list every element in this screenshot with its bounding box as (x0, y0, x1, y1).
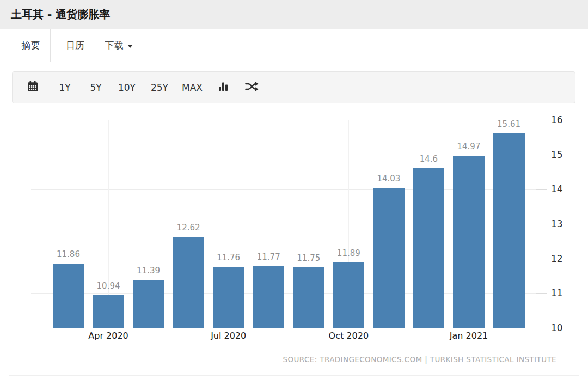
bar[interactable] (133, 280, 164, 328)
source-attribution: SOURCE: TRADINGECONOMICS.COM | TURKISH S… (283, 355, 556, 364)
bar[interactable] (93, 295, 124, 328)
y-axis-tick (536, 293, 547, 294)
y-axis-label: 16 (551, 114, 576, 125)
bar-value-label: 10.94 (84, 281, 133, 291)
tab-calendar[interactable]: 日历 (58, 29, 93, 62)
bar[interactable] (493, 133, 525, 328)
bar[interactable] (453, 156, 485, 328)
x-axis-label: Apr 2020 (73, 331, 144, 341)
bar-value-label: 14.03 (364, 174, 413, 184)
panel-bottom-border (9, 375, 579, 376)
tab-bar: 摘要 日历 下载 (0, 29, 588, 62)
page-header: 土耳其 - 通货膨胀率 (0, 0, 588, 29)
range-max-button[interactable]: MAX (180, 77, 205, 99)
y-axis-tick (536, 328, 547, 328)
tab-download[interactable]: 下载 (98, 29, 139, 62)
bar-chart-icon (218, 81, 229, 94)
y-axis-tick (536, 259, 547, 259)
caret-down-icon (127, 45, 133, 48)
bar[interactable] (173, 237, 204, 328)
tab-download-label: 下载 (105, 39, 124, 52)
y-axis-label: 13 (551, 218, 576, 229)
bar[interactable] (253, 266, 284, 328)
range-10y-button[interactable]: 10Y (114, 77, 139, 99)
range-5y-button[interactable]: 5Y (83, 77, 108, 99)
inflation-bar-chart: 10111213141516Apr 2020Jul 2020Oct 2020Ja… (0, 106, 588, 357)
y-axis-label: 14 (551, 184, 576, 194)
calendar-button[interactable] (21, 77, 45, 99)
tab-summary[interactable]: 摘要 (11, 29, 51, 62)
y-axis-label: 15 (551, 149, 576, 160)
bar[interactable] (213, 267, 244, 328)
compare-button[interactable] (240, 77, 264, 99)
y-axis-tick (536, 155, 547, 155)
x-axis-label: Jan 2021 (433, 331, 504, 341)
bar-value-label: 15.61 (485, 119, 534, 129)
bar[interactable] (53, 264, 84, 328)
bar-value-label: 14.6 (404, 154, 453, 164)
y-axis-label: 12 (551, 253, 576, 264)
panel-left-border (9, 62, 9, 375)
calendar-icon (27, 81, 38, 94)
bar-value-label: 11.86 (44, 249, 93, 259)
grid-line (31, 155, 536, 155)
y-axis-tick (536, 189, 547, 190)
shuffle-icon (245, 81, 259, 94)
range-1y-button[interactable]: 1Y (52, 77, 77, 99)
bar[interactable] (333, 262, 364, 328)
x-axis-label: Jul 2020 (193, 331, 264, 341)
chart-type-button[interactable] (211, 77, 235, 99)
y-axis-tick (536, 224, 547, 224)
range-25y-button[interactable]: 25Y (147, 77, 172, 99)
grid-line (31, 328, 536, 328)
bar-value-label: 11.39 (124, 266, 173, 276)
y-axis-tick (536, 120, 547, 120)
y-axis-label: 11 (551, 288, 576, 298)
bar-value-label: 12.62 (164, 223, 213, 233)
bar[interactable] (413, 168, 444, 328)
y-axis-label: 10 (551, 322, 576, 333)
grid-line (31, 120, 536, 120)
bar[interactable] (293, 267, 324, 328)
bar-value-label: 14.97 (444, 142, 493, 151)
bar[interactable] (373, 188, 405, 328)
x-axis-label: Oct 2020 (313, 331, 384, 341)
bar-value-label: 11.89 (324, 248, 373, 258)
chart-toolbar: 1Y 5Y 10Y 25Y MAX (12, 71, 575, 103)
page-title: 土耳其 - 通货膨胀率 (11, 7, 110, 22)
trading-economics-page: 土耳其 - 通货膨胀率 摘要 日历 下载 1Y (0, 0, 588, 385)
